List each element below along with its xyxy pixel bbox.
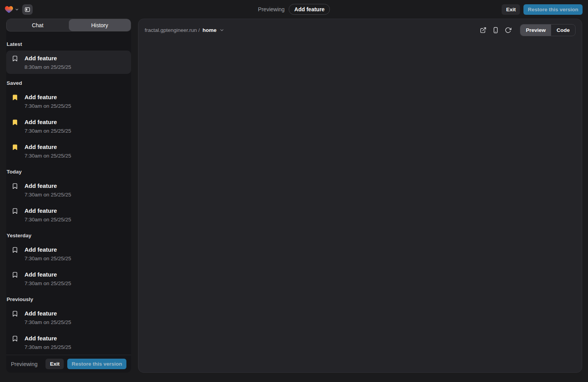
- smartphone-icon: [492, 27, 499, 33]
- bookmark-filled-icon: [12, 94, 18, 101]
- version-timestamp: 7:30am on 25/25/25: [24, 153, 71, 159]
- version-title: Add feature: [24, 270, 71, 279]
- toggle-code[interactable]: Code: [551, 25, 575, 36]
- bookmark-filled-icon: [12, 119, 18, 126]
- version-history-item[interactable]: Add feature 8:30am on 25/25/25: [6, 51, 131, 74]
- bookmark-filled-icon: [12, 144, 18, 151]
- footer-restore-version-button[interactable]: Restore this version: [67, 359, 126, 369]
- bookmark-outline-icon: [12, 55, 18, 62]
- section-title: Yesterday: [7, 233, 131, 238]
- version-history-item[interactable]: Add feature 7:30am on 25/25/25: [6, 178, 131, 202]
- version-timestamp: 7:30am on 25/25/25: [24, 280, 71, 286]
- mobile-view-button[interactable]: [492, 27, 499, 33]
- version-title: Add feature: [24, 207, 71, 215]
- version-title: Add feature: [24, 93, 71, 101]
- version-history-item[interactable]: Add feature 7:30am on 25/25/25: [6, 331, 131, 354]
- version-title: Add feature: [24, 143, 71, 151]
- version-name-badge: Add feature: [289, 4, 330, 15]
- version-timestamp: 7:30am on 25/25/25: [24, 319, 71, 325]
- toggle-preview[interactable]: Preview: [520, 25, 551, 36]
- chevron-down-icon: [219, 28, 224, 33]
- version-history-item[interactable]: Add feature 7:30am on 25/25/25: [6, 267, 131, 290]
- version-title: Add feature: [24, 54, 71, 62]
- footer-exit-button[interactable]: Exit: [46, 359, 64, 369]
- version-history-item[interactable]: Add feature 7:30am on 25/25/25: [6, 89, 131, 113]
- lovable-heart-logo-icon: [5, 5, 13, 13]
- history-section: Yesterday Add feature 7:30am on 25/25/25…: [6, 233, 131, 290]
- preview-panel: fractal.gptengineer.run / home: [138, 19, 582, 373]
- version-history-item[interactable]: Add feature 7:30am on 25/25/25: [6, 139, 131, 163]
- history-section: Saved Add feature 7:30am on 25/25/25 Add…: [6, 80, 131, 163]
- bookmark-outline-icon: [12, 208, 18, 214]
- history-section: Today Add feature 7:30am on 25/25/25 Add…: [6, 169, 131, 226]
- url-current-page: home: [203, 27, 217, 33]
- section-title: Today: [7, 169, 131, 175]
- url-prefix: fractal.gptengineer.run /: [145, 27, 200, 33]
- chevron-down-icon: [15, 7, 19, 12]
- preview-header: fractal.gptengineer.run / home: [138, 19, 582, 40]
- version-history-item[interactable]: Add feature 7:30am on 25/25/25: [6, 114, 131, 138]
- preview-code-toggle: Preview Code: [520, 24, 576, 36]
- version-title: Add feature: [24, 334, 71, 342]
- sidebar-tab-switcher: Chat History: [6, 19, 131, 32]
- app-menu-button[interactable]: [5, 5, 19, 13]
- bookmark-outline-icon: [12, 183, 18, 189]
- version-history-item[interactable]: Add feature 7:30am on 25/25/25: [6, 242, 131, 265]
- bookmark-outline-icon: [12, 247, 18, 253]
- version-title: Add feature: [24, 118, 71, 126]
- sidebar-toggle-button[interactable]: [22, 4, 33, 15]
- refresh-button[interactable]: [505, 27, 511, 33]
- section-title: Saved: [7, 80, 131, 86]
- version-title: Add feature: [24, 182, 71, 190]
- version-history-list: Latest Add feature 8:30am on 25/25/25 Sa…: [6, 32, 131, 355]
- history-section: Latest Add feature 8:30am on 25/25/25: [6, 41, 131, 74]
- bookmark-outline-icon: [12, 310, 18, 317]
- preview-url-selector[interactable]: fractal.gptengineer.run / home: [145, 27, 224, 33]
- version-title: Add feature: [24, 309, 71, 317]
- panel-left-icon: [24, 7, 30, 12]
- section-title: Latest: [7, 41, 131, 47]
- version-history-item[interactable]: Add feature 7:30am on 25/25/25: [6, 203, 131, 226]
- refresh-icon: [505, 27, 511, 33]
- history-sidebar: Chat History Latest Add feature 8:30am o…: [6, 19, 131, 373]
- version-title: Add feature: [24, 245, 71, 254]
- version-timestamp: 7:30am on 25/25/25: [24, 192, 71, 198]
- version-timestamp: 7:30am on 25/25/25: [24, 217, 71, 223]
- section-title: Previously: [7, 296, 131, 302]
- footer-previewing-label: Previewing: [11, 361, 37, 367]
- topbar-restore-version-button[interactable]: Restore this version: [523, 4, 583, 15]
- version-timestamp: 7:30am on 25/25/25: [24, 128, 71, 134]
- version-timestamp: 7:30am on 25/25/25: [24, 103, 71, 109]
- tab-history[interactable]: History: [69, 19, 131, 31]
- previewing-status-label: Previewing: [258, 6, 284, 12]
- bookmark-outline-icon: [12, 335, 18, 342]
- version-timestamp: 7:30am on 25/25/25: [24, 256, 71, 261]
- history-section: Previously Add feature 7:30am on 25/25/2…: [6, 296, 131, 354]
- version-timestamp: 8:30am on 25/25/25: [24, 64, 71, 70]
- preview-viewport: [138, 40, 582, 372]
- version-history-item[interactable]: Add feature 7:30am on 25/25/25: [6, 306, 131, 329]
- bookmark-outline-icon: [12, 272, 18, 278]
- sidebar-footer: Previewing Exit Restore this version: [6, 355, 131, 373]
- open-in-new-tab-button[interactable]: [480, 27, 486, 33]
- top-bar: Previewing Add feature Exit Restore this…: [0, 0, 588, 19]
- tab-chat[interactable]: Chat: [7, 19, 69, 31]
- topbar-exit-button[interactable]: Exit: [502, 4, 520, 15]
- version-timestamp: 7:30am on 25/25/25: [24, 344, 71, 350]
- external-link-icon: [480, 27, 486, 33]
